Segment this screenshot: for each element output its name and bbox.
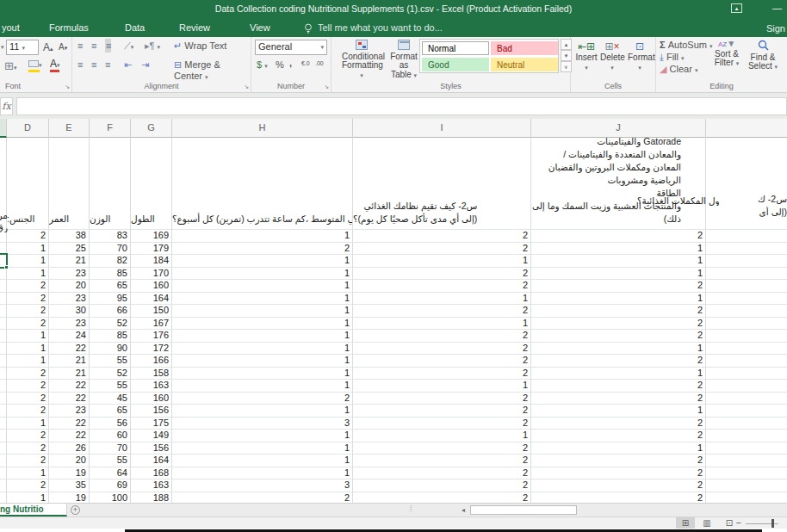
cell[interactable]: 1 [172, 268, 353, 281]
cell[interactable]: 1 [7, 268, 49, 281]
decrease-font-icon[interactable]: A▾ [59, 42, 67, 52]
ribbon-display-options-icon[interactable]: ▴ [731, 3, 742, 13]
cell[interactable]: 163 [131, 380, 172, 393]
fill-color-icon[interactable]: ▾ [28, 59, 42, 72]
cell[interactable]: 1 [172, 380, 353, 393]
cell[interactable]: 22 [49, 393, 90, 405]
find-select-button[interactable]: Find & Select ▾ [746, 40, 780, 72]
cell[interactable] [706, 442, 787, 455]
cell[interactable]: 64 [90, 467, 131, 480]
cell[interactable] [0, 492, 7, 504]
cell[interactable]: 188 [131, 492, 172, 504]
format-as-table-button[interactable]: Format as Table ▾ [385, 40, 423, 80]
cell[interactable]: 1 [531, 243, 706, 256]
cell[interactable]: 38 [49, 230, 90, 243]
cell[interactable]: 30 [49, 305, 90, 318]
cell[interactable]: 2 [7, 305, 49, 318]
cell[interactable]: 175 [131, 418, 172, 430]
cell[interactable] [0, 355, 7, 368]
cell[interactable]: 1 [531, 405, 706, 418]
cell[interactable]: 2 [531, 280, 706, 293]
bottom-align-icon[interactable]: ≡ [105, 39, 111, 53]
cell[interactable] [706, 343, 787, 356]
cell[interactable]: 23 [49, 405, 90, 418]
tab-scroll-divider[interactable]: ⁞ [410, 504, 412, 513]
cell[interactable] [0, 442, 7, 455]
cell[interactable]: 2 [7, 293, 49, 306]
cell[interactable] [706, 430, 787, 442]
cell[interactable]: 2 [531, 318, 706, 331]
horizontal-scrollbar-thumb[interactable] [470, 505, 577, 515]
cell[interactable]: 20 [49, 280, 90, 293]
cell[interactable]: 22 [49, 430, 90, 442]
cell[interactable]: 85 [90, 268, 131, 281]
cell[interactable]: 1 [531, 268, 706, 281]
column-header-H[interactable]: H [172, 119, 353, 138]
dropdown-arrow-icon[interactable]: ▾ [1, 44, 4, 51]
cell[interactable]: 1 [7, 343, 49, 356]
cell[interactable]: 2 [531, 355, 706, 368]
cell[interactable] [706, 280, 787, 293]
cell[interactable]: 55 [90, 380, 131, 393]
cell[interactable]: 60 [90, 430, 131, 442]
wrap-text-button[interactable]: ↵ Wrap Text [174, 40, 226, 52]
cell[interactable] [706, 243, 787, 256]
cell[interactable]: 1 [172, 467, 353, 480]
cell[interactable]: 1 [353, 430, 531, 442]
cell[interactable]: 35 [49, 479, 90, 492]
cell[interactable]: 156 [131, 405, 172, 418]
cell[interactable]: 2 [353, 343, 531, 356]
cell[interactable]: 2 [531, 455, 706, 467]
increase-font-icon[interactable]: A▴ [43, 41, 53, 53]
cell[interactable]: 69 [90, 479, 131, 492]
cell[interactable]: 2 [353, 368, 531, 380]
cell[interactable]: 2 [353, 442, 531, 455]
cell[interactable] [0, 380, 7, 393]
number-format-select[interactable]: General▾ [255, 40, 327, 55]
cell[interactable]: 1 [172, 343, 353, 356]
cell[interactable]: 2 [353, 479, 531, 492]
tab-page-layout-fragment[interactable]: yout [2, 22, 20, 33]
cell[interactable]: 2 [531, 467, 706, 480]
cell[interactable]: 167 [131, 318, 172, 331]
cell[interactable] [0, 430, 7, 442]
cell[interactable]: 2 [353, 418, 531, 430]
cell-style-normal[interactable]: Normal [422, 41, 489, 55]
cell[interactable]: 1 [531, 343, 706, 356]
active-cell-selection[interactable] [0, 253, 8, 269]
normal-view-icon[interactable]: ⊞ [676, 517, 695, 529]
cell[interactable]: 90 [90, 343, 131, 356]
decrease-decimal-icon[interactable]: .00 [315, 60, 324, 66]
cell[interactable]: 149 [131, 430, 172, 442]
cell[interactable]: 176 [131, 330, 172, 343]
cell[interactable]: 23 [49, 318, 90, 331]
cell[interactable]: 1 [7, 418, 49, 430]
cell[interactable]: 1 [172, 355, 353, 368]
cell[interactable]: 2 [7, 230, 49, 243]
zoom-slider-thumb[interactable] [772, 519, 774, 528]
cell[interactable]: 2 [7, 455, 49, 467]
active-sheet-tab[interactable]: ng Nutritio [0, 504, 67, 517]
cell[interactable]: 52 [90, 368, 131, 380]
cell[interactable]: س3- هل تتناول أي مكملات غذائية؟ (مثل الم… [531, 138, 706, 230]
cell[interactable]: 1 [172, 442, 353, 455]
cell[interactable]: 2 [7, 318, 49, 331]
cell[interactable]: 1 [353, 255, 531, 268]
cell[interactable]: 184 [131, 255, 172, 268]
cell[interactable]: 1 [172, 255, 353, 268]
cell[interactable]: 2 [7, 280, 49, 293]
column-header-cut[interactable] [0, 119, 7, 138]
cell[interactable]: 1 [7, 243, 49, 256]
cell[interactable]: الجنس: [7, 138, 49, 230]
cell[interactable]: 2 [353, 467, 531, 480]
column-header-D[interactable]: D [7, 119, 49, 138]
cell[interactable] [706, 393, 787, 405]
cell[interactable]: 1 [531, 442, 706, 455]
cell[interactable]: 158 [131, 368, 172, 380]
tab-formulas[interactable]: Formulas [49, 22, 89, 33]
cell[interactable]: 2 [353, 305, 531, 318]
cell[interactable]: 1 [7, 355, 49, 368]
borders-icon[interactable]: ⊞▾ [4, 59, 16, 72]
cell[interactable]: 2 [531, 492, 706, 504]
middle-align-icon[interactable]: ≡ [91, 40, 96, 51]
